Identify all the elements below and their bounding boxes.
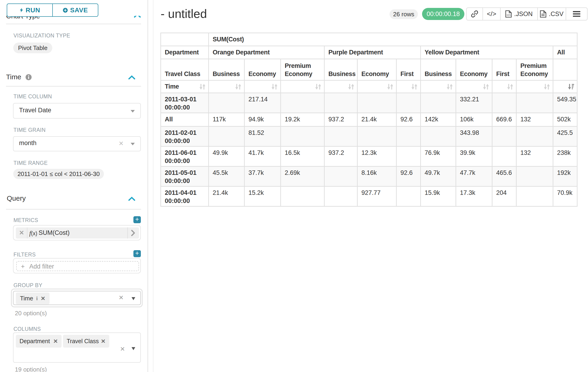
svg-text:</>: </> [506,13,511,17]
